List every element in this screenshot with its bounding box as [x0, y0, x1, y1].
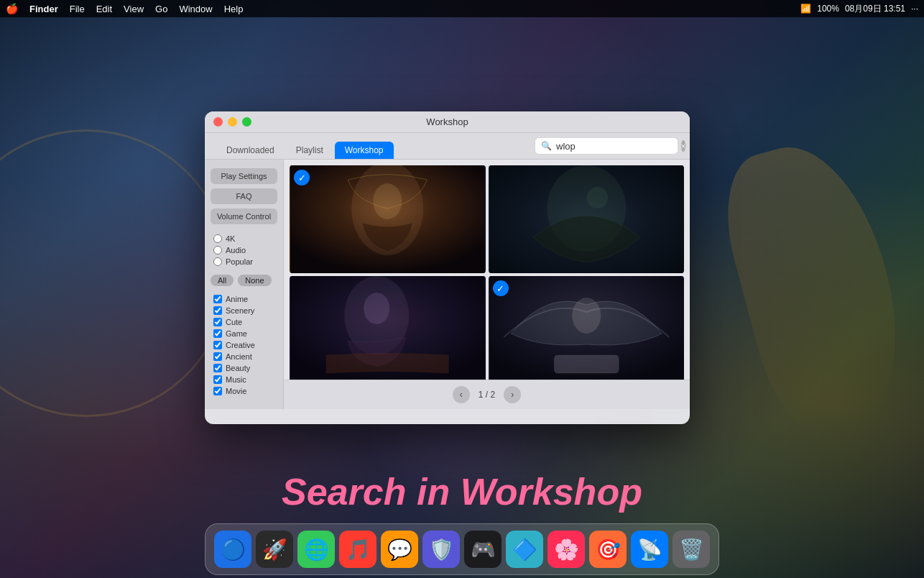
- check-badge-1: ✓: [294, 170, 310, 185]
- menubar: 🍎 Finder File Edit View Go Window Help 📶…: [0, 0, 924, 17]
- tab-playlist[interactable]: Playlist: [286, 142, 333, 159]
- image-cell-4[interactable]: ✓: [489, 276, 685, 380]
- check-badge-4: ✓: [493, 280, 509, 296]
- dock-icon-finder[interactable]: 🔵: [214, 531, 251, 568]
- chrome-icon: 🌐: [304, 538, 329, 561]
- cat-game-row: Game: [211, 328, 277, 339]
- dock-icon-app1[interactable]: 🛡️: [422, 531, 460, 568]
- menu-help[interactable]: Help: [224, 4, 244, 14]
- all-none-row: All None: [211, 275, 277, 286]
- prev-page-button[interactable]: ‹: [453, 386, 470, 403]
- svg-point-5: [586, 187, 608, 208]
- dock-icon-launchpad[interactable]: 🚀: [256, 531, 293, 568]
- dock-icon-app2[interactable]: 🎮: [464, 531, 502, 568]
- filter-section: 4K Audio Popular: [211, 233, 277, 267]
- svg-point-10: [572, 298, 601, 334]
- faq-button[interactable]: FAQ: [211, 188, 277, 204]
- finder-icon: 🔵: [221, 538, 246, 561]
- app1-icon: 🛡️: [429, 538, 454, 561]
- dock-icon-messages[interactable]: 💬: [381, 531, 418, 568]
- categories-section: Anime Scenery Cute Game Creative: [211, 293, 277, 397]
- filter-popular-radio[interactable]: [213, 257, 222, 266]
- filter-4k-radio[interactable]: [213, 234, 222, 243]
- filter-4k-row: 4K: [211, 233, 277, 244]
- cat-music-label: Music: [226, 375, 246, 384]
- cat-game-check[interactable]: [213, 329, 222, 338]
- dock-icon-app4[interactable]: 🌸: [548, 531, 585, 568]
- image-thumb-4: [489, 276, 685, 380]
- clock: 08月09日 13:51: [845, 3, 905, 15]
- app3-icon: 🔷: [512, 538, 537, 561]
- cat-ancient-row: Ancient: [211, 351, 277, 362]
- image-grid-container: ✓: [284, 160, 690, 380]
- cat-creative-check[interactable]: [213, 341, 222, 349]
- tab-workshop[interactable]: Workshop: [335, 142, 394, 159]
- cat-creative-row: Creative: [211, 339, 277, 351]
- dock-icon-music[interactable]: 🎵: [339, 531, 376, 568]
- menu-view[interactable]: View: [124, 4, 144, 14]
- image-cell-2[interactable]: [489, 165, 685, 273]
- sidebar: Play Settings FAQ Volume Control 4K Audi…: [205, 160, 284, 409]
- menubar-right: 📶 100% 08月09日 13:51 ···: [800, 3, 918, 15]
- image-cell-1[interactable]: ✓: [290, 165, 486, 273]
- menu-edit[interactable]: Edit: [96, 4, 112, 14]
- messages-icon: 💬: [387, 538, 412, 561]
- cat-anime-label: Anime: [226, 295, 248, 303]
- menu-extras[interactable]: ···: [911, 4, 918, 14]
- menu-go[interactable]: Go: [155, 4, 167, 14]
- app6-icon: 📡: [637, 538, 662, 561]
- cat-creative-label: Creative: [226, 341, 255, 349]
- image-cell-3[interactable]: [290, 276, 486, 380]
- cat-beauty-label: Beauty: [226, 364, 250, 372]
- filter-audio-row: Audio: [211, 244, 277, 256]
- search-box: 🔍 ×: [535, 137, 678, 155]
- launchpad-icon: 🚀: [262, 538, 287, 561]
- cat-movie-label: Movie: [226, 387, 246, 395]
- volume-control-button[interactable]: Volume Control: [211, 208, 277, 224]
- cat-scenery-row: Scenery: [211, 305, 277, 316]
- apple-menu-icon[interactable]: 🍎: [6, 3, 18, 14]
- cat-beauty-row: Beauty: [211, 362, 277, 374]
- dock-icon-app3[interactable]: 🔷: [506, 531, 543, 568]
- filter-audio-radio[interactable]: [213, 246, 222, 254]
- play-settings-button[interactable]: Play Settings: [211, 168, 277, 184]
- cat-movie-row: Movie: [211, 385, 277, 397]
- dock-icon-app5[interactable]: 🎯: [589, 531, 627, 568]
- dock-icon-chrome[interactable]: 🌐: [297, 531, 335, 568]
- tab-downloaded[interactable]: Downloaded: [216, 142, 285, 159]
- menu-window[interactable]: Window: [179, 4, 212, 14]
- cat-movie-check[interactable]: [213, 387, 222, 395]
- battery-indicator: 100%: [817, 4, 839, 14]
- maximize-button[interactable]: [242, 117, 251, 127]
- none-button[interactable]: None: [238, 275, 271, 286]
- bottom-text: Search in Workshop: [282, 470, 642, 513]
- dock-icon-trash[interactable]: 🗑️: [673, 531, 710, 568]
- cat-cute-check[interactable]: [213, 318, 222, 326]
- svg-point-8: [364, 293, 389, 324]
- close-button[interactable]: [213, 117, 223, 127]
- menu-file[interactable]: File: [70, 4, 85, 14]
- svg-point-2: [373, 183, 402, 219]
- dock-icon-app6[interactable]: 📡: [631, 531, 668, 568]
- minimize-button[interactable]: [228, 117, 237, 127]
- search-clear-button[interactable]: ×: [681, 140, 685, 152]
- svg-rect-11: [554, 355, 619, 373]
- dock: 🔵 🚀 🌐 🎵 💬 🛡️ 🎮 🔷 🌸 🎯 📡 🗑️: [205, 523, 719, 575]
- cat-anime-check[interactable]: [213, 295, 222, 303]
- image-thumb-1: [290, 165, 486, 273]
- cat-ancient-label: Ancient: [226, 352, 252, 361]
- search-input[interactable]: [556, 141, 677, 152]
- filter-popular-row: Popular: [211, 256, 277, 267]
- all-button[interactable]: All: [211, 275, 234, 286]
- tab-bar: Downloaded Playlist Workshop: [216, 142, 394, 159]
- cat-beauty-check[interactable]: [213, 364, 222, 372]
- image-art-3: [290, 276, 486, 380]
- cat-scenery-check[interactable]: [213, 306, 222, 315]
- next-page-button[interactable]: ›: [504, 386, 521, 403]
- image-art-2: [489, 165, 685, 273]
- window-titlebar: Workshop: [205, 111, 690, 133]
- image-art-4: [489, 276, 685, 380]
- app-name[interactable]: Finder: [29, 4, 58, 14]
- cat-ancient-check[interactable]: [213, 352, 222, 361]
- cat-music-check[interactable]: [213, 375, 222, 384]
